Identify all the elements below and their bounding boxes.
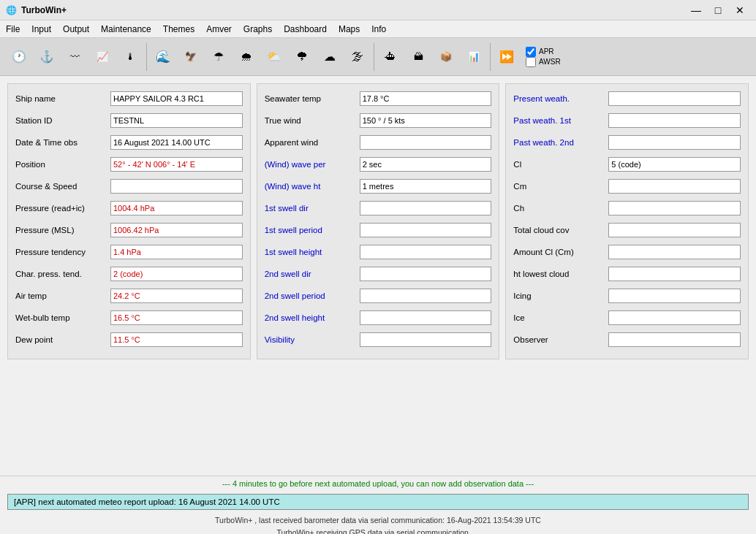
label-present-weath[interactable]: Present weath.: [513, 94, 608, 103]
label-swell2dir[interactable]: 2nd swell dir: [265, 270, 360, 278]
toolbar-bar[interactable]: 📊: [461, 42, 487, 72]
row-waveht: (Wind) wave ht 1 metres: [265, 178, 492, 195]
row-past-weath2: Past weath. 2nd: [513, 134, 741, 151]
label-observer: Observer: [513, 335, 608, 344]
row-swell1dir: 1st swell dir: [265, 199, 492, 217]
input-swell1dir[interactable]: [360, 201, 492, 215]
input-appwind[interactable]: [360, 135, 492, 150]
toolbar-chart[interactable]: 📈: [89, 42, 116, 72]
label-swell1ht[interactable]: 1st swell height: [265, 248, 360, 256]
input-visibility[interactable]: [360, 332, 492, 347]
input-cm[interactable]: [608, 179, 741, 194]
menu-themes[interactable]: Themes: [157, 23, 200, 36]
row-appwind: Apparent wind: [265, 134, 492, 151]
toolbar-cloud2[interactable]: 🌩: [289, 42, 315, 72]
toolbar-rain[interactable]: 🌧: [233, 42, 260, 72]
toolbar-clock[interactable]: 🕐: [6, 42, 32, 72]
row-stationid: Station ID TESTNL: [15, 112, 243, 129]
row-observer: Observer: [513, 331, 741, 348]
label-visibility[interactable]: Visibility: [265, 335, 360, 344]
input-ch[interactable]: [608, 201, 741, 215]
input-swell1period[interactable]: [360, 223, 492, 237]
label-ch: Ch: [513, 204, 608, 213]
row-char-press: Char. press. tend. 2 (code): [15, 265, 243, 283]
input-past-weath1[interactable]: [608, 113, 741, 128]
menu-info[interactable]: Info: [366, 23, 392, 36]
toolbar-forward[interactable]: ⏩: [494, 42, 520, 72]
data-panel: Ship name HAPPY SAILOR 4.3 RC1 Station I…: [7, 83, 749, 359]
label-pressure-tend: Pressure tendency: [15, 248, 110, 256]
value-pressure-tend: 1.4 hPa: [110, 245, 243, 259]
label-past-weath1[interactable]: Past weath. 1st: [513, 116, 608, 125]
input-swell2ht[interactable]: [360, 310, 492, 325]
row-wetbulb: Wet-bulb temp 16.5 °C: [15, 309, 243, 327]
label-past-weath2[interactable]: Past weath. 2nd: [513, 138, 608, 147]
value-position[interactable]: 52° - 42' N 006° - 14' E: [110, 157, 243, 172]
input-swell1ht[interactable]: [360, 245, 492, 259]
input-icing[interactable]: [608, 289, 741, 303]
label-swell2ht[interactable]: 2nd swell height: [265, 313, 360, 322]
menu-output[interactable]: Output: [57, 23, 95, 36]
toolbar-cloud3[interactable]: ☁: [317, 42, 343, 72]
toolbar-bird[interactable]: 🦅: [178, 42, 204, 72]
input-amount-cl[interactable]: [608, 245, 741, 259]
apr-status: [APR] next automated meteo report upload…: [7, 494, 749, 510]
label-waveht[interactable]: (Wind) wave ht: [265, 182, 360, 191]
input-ice[interactable]: [608, 310, 741, 325]
apr-group: APR AWSR: [526, 47, 561, 67]
label-course: Course & Speed: [15, 182, 110, 191]
menu-maintenance[interactable]: Maintenance: [95, 23, 157, 36]
value-truewind: 150 ° / 5 kts: [360, 113, 492, 128]
label-swell2period[interactable]: 2nd swell period: [265, 291, 360, 300]
label-swell1period[interactable]: 1st swell period: [265, 226, 360, 234]
row-ht-cloud: ht lowest cloud: [513, 265, 741, 283]
label-ice: Ice: [513, 313, 608, 322]
label-icing: Icing: [513, 291, 608, 300]
input-course[interactable]: [110, 179, 243, 194]
toolbar-refresh[interactable]: 〰: [61, 42, 88, 72]
close-button[interactable]: ✕: [730, 3, 750, 18]
toolbar-ship[interactable]: ⛴: [377, 42, 404, 72]
toolbar-wave1[interactable]: 🌊: [150, 42, 176, 72]
toolbar-cloud4[interactable]: 🌫: [344, 42, 371, 72]
toolbar-umbrella[interactable]: ☂: [205, 42, 232, 72]
input-ht-cloud[interactable]: [608, 267, 741, 281]
menu-maps[interactable]: Maps: [333, 23, 366, 36]
menu-input[interactable]: Input: [26, 23, 57, 36]
menu-dashboard[interactable]: Dashboard: [278, 23, 333, 36]
input-observer[interactable]: [608, 332, 741, 347]
awsr-label: AWSR: [539, 58, 561, 66]
label-swell1dir[interactable]: 1st swell dir: [265, 204, 360, 213]
apr-checkbox[interactable]: [526, 47, 536, 57]
label-truewind: True wind: [265, 116, 360, 125]
label-waveperiod[interactable]: (Wind) wave per: [265, 160, 360, 169]
row-ch: Ch: [513, 199, 741, 217]
row-shipname: Ship name HAPPY SAILOR 4.3 RC1: [15, 90, 243, 107]
row-icing: Icing: [513, 287, 741, 305]
toolbar-therm[interactable]: 🌡: [117, 42, 143, 72]
toolbar-box[interactable]: 📦: [433, 42, 459, 72]
toolbar-mountain[interactable]: 🏔: [405, 42, 431, 72]
row-pressure-msl: Pressure (MSL) 1006.42 hPa: [15, 221, 243, 239]
menu-graphs[interactable]: Graphs: [238, 23, 278, 36]
toolbar-anchor[interactable]: ⚓: [34, 42, 60, 72]
row-visibility: Visibility: [265, 331, 492, 348]
menu-file[interactable]: File: [0, 23, 26, 36]
minimize-button[interactable]: —: [686, 3, 706, 18]
input-swell2period[interactable]: [360, 289, 492, 303]
row-swell2dir: 2nd swell dir: [265, 265, 492, 283]
value-datetime: 16 August 2021 14.00 UTC: [110, 135, 243, 150]
input-past-weath2[interactable]: [608, 135, 741, 150]
row-dewpoint: Dew point 11.5 °C: [15, 331, 243, 348]
awsr-checkbox[interactable]: [526, 57, 536, 67]
label-pressure-read: Pressure (read+ic): [15, 204, 110, 213]
menu-amver[interactable]: Amver: [200, 23, 238, 36]
input-cloud-cov[interactable]: [608, 223, 741, 237]
input-swell2dir[interactable]: [360, 267, 492, 281]
row-swell1period: 1st swell period: [265, 221, 492, 239]
value-waveht: 1 metres: [360, 179, 492, 194]
toolbar-cloud1[interactable]: ⛅: [261, 42, 287, 72]
maximize-button[interactable]: □: [708, 3, 728, 18]
value-air-temp: 24.2 °C: [110, 289, 243, 303]
input-present-weath[interactable]: [608, 91, 741, 106]
